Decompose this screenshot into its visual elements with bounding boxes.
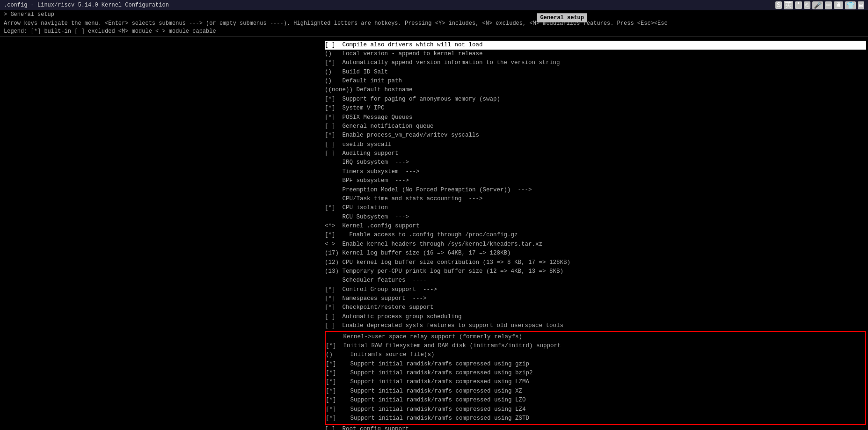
titlebar: .config - Linux/riscv 5.14.0 Kernel Conf… [0, 0, 868, 10]
taskbar-grid-icon[interactable]: ⊞ [858, 1, 864, 9]
menu-item-18[interactable]: [*] CPU isolation [325, 204, 866, 212]
menu-item-4[interactable]: () Default init path [325, 77, 866, 86]
title-text: .config - Linux/riscv 5.14.0 Kernel Conf… [4, 2, 169, 8]
menu-item-21[interactable]: [*] Enable access to .config through /pr… [325, 231, 866, 240]
menu-item-19[interactable]: RCU Subsystem ---> [325, 213, 866, 222]
menu-item-5[interactable]: ((none)) Default hostname [325, 86, 866, 95]
menu-item-1[interactable]: () Local version - append to kernel rele… [325, 50, 866, 58]
menu-item-22[interactable]: < > Enable kernel headers through /sys/k… [325, 240, 866, 249]
help-line2: Legend: [*] built-in [ ] excluded <M> mo… [4, 28, 864, 36]
menu-area[interactable]: [ ] Compile also drivers which will not … [323, 41, 868, 430]
taskbar-monitor-icon[interactable]: 🖥 [834, 1, 843, 9]
taskbar-emoji-icon[interactable]: ☺ [804, 1, 810, 9]
selected-box: Kernel->user space relay support (former… [325, 331, 866, 425]
selected-item-5[interactable]: [*] Support initial ramdisk/ramfs compre… [326, 378, 865, 386]
tooltip-box: General setup [537, 13, 587, 22]
menu-item-16[interactable]: Preemption Model (No Forced Preemption (… [325, 186, 866, 195]
left-spacer [0, 41, 323, 430]
taskbar-kb-icon[interactable]: ⌨ [825, 1, 832, 9]
menu-item-10[interactable]: [*] Enable process_vm_readv/writev sysca… [325, 131, 866, 140]
menu-before-selected: [ ] Compile also drivers which will not … [325, 41, 866, 331]
selected-item-9[interactable]: [*] Support initial ramdisk/ramfs compre… [326, 414, 865, 423]
menu-item-26[interactable]: Scheduler features ---- [325, 276, 866, 285]
selected-item-6[interactable]: [*] Support initial ramdisk/ramfs compre… [326, 387, 865, 396]
selected-item-8[interactable]: [*] Support initial ramdisk/ramfs compre… [326, 405, 865, 414]
selected-item-0[interactable]: Kernel->user space relay support (former… [326, 333, 865, 342]
menu-item-31[interactable]: [ ] Enable deprecated sysfs features to … [325, 321, 866, 330]
menu-item-28[interactable]: [*] Namespaces support ---> [325, 294, 866, 303]
menu-item-17[interactable]: CPU/Task time and stats accounting ---> [325, 195, 866, 204]
menu-item-25[interactable]: (13) Temporary per-CPU printk log buffer… [325, 267, 866, 276]
help-bar: Arrow keys navigate the menu. <Enter> se… [0, 19, 868, 37]
help-line1: Arrow keys navigate the menu. <Enter> se… [4, 20, 864, 28]
taskbar-lang-icon[interactable]: 英 [784, 1, 793, 9]
selected-items-container: Kernel->user space relay support (former… [326, 333, 865, 423]
taskbar-mic-icon[interactable]: 🎤 [812, 1, 823, 9]
menu-item-9[interactable]: [ ] General notification queue [325, 122, 866, 131]
taskbar-s-icon[interactable]: S [775, 1, 782, 9]
after-item-0[interactable]: [ ] Root config support [325, 425, 866, 430]
menu-item-15[interactable]: BPF subsystem ---> [325, 176, 866, 185]
tooltip-text: General setup [540, 15, 584, 21]
selected-item-7[interactable]: [*] Support initial ramdisk/ramfs compre… [326, 396, 865, 405]
selected-item-3[interactable]: [*] Support initial ramdisk/ramfs compre… [326, 360, 865, 369]
taskbar: S 英 ' ☺ 🎤 ⌨ 🖥 👕 ⊞ [772, 0, 868, 10]
menu-item-12[interactable]: [ ] Auditing support [325, 149, 866, 158]
taskbar-punct-icon[interactable]: ' [795, 1, 802, 9]
main-area: [ ] Compile also drivers which will not … [0, 37, 868, 430]
menu-item-29[interactable]: [*] Checkpoint/restore support [325, 303, 866, 312]
breadcrumb-text: > General setup [4, 11, 54, 18]
menu-item-0[interactable]: [ ] Compile also drivers which will not … [325, 41, 866, 50]
menu-item-14[interactable]: Timers subsystem ---> [325, 168, 866, 176]
selected-item-1[interactable]: [*] Initial RAW filesystem and RAM disk … [326, 342, 865, 350]
menu-item-6[interactable]: [*] Support for paging of anonymous memo… [325, 95, 866, 104]
menu-item-7[interactable]: [*] System V IPC [325, 104, 866, 113]
taskbar-shirt-icon[interactable]: 👕 [845, 1, 856, 9]
menu-item-11[interactable]: [ ] uselib syscall [325, 140, 866, 149]
menu-after-selected: [ ] Root config support Compiler optimiz… [325, 425, 866, 430]
menu-item-30[interactable]: [ ] Automatic process group scheduling [325, 313, 866, 321]
menu-item-3[interactable]: () Build ID Salt [325, 68, 866, 77]
menu-item-8[interactable]: [*] POSIX Message Queues [325, 113, 866, 122]
breadcrumb: > General setup [0, 10, 868, 19]
menu-item-20[interactable]: <*> Kernel .config support [325, 222, 866, 231]
menu-item-27[interactable]: [*] Control Group support ---> [325, 285, 866, 294]
menu-item-24[interactable]: (12) CPU kernel log buffer size contribu… [325, 258, 866, 267]
menu-item-23[interactable]: (17) Kernel log buffer size (16 => 64KB,… [325, 249, 866, 258]
selected-item-2[interactable]: () Initramfs source file(s) [326, 350, 865, 359]
menu-item-2[interactable]: [*] Automatically append version informa… [325, 58, 866, 67]
menu-item-13[interactable]: IRQ subsystem ---> [325, 158, 866, 167]
selected-item-4[interactable]: [*] Support initial ramdisk/ramfs compre… [326, 369, 865, 378]
